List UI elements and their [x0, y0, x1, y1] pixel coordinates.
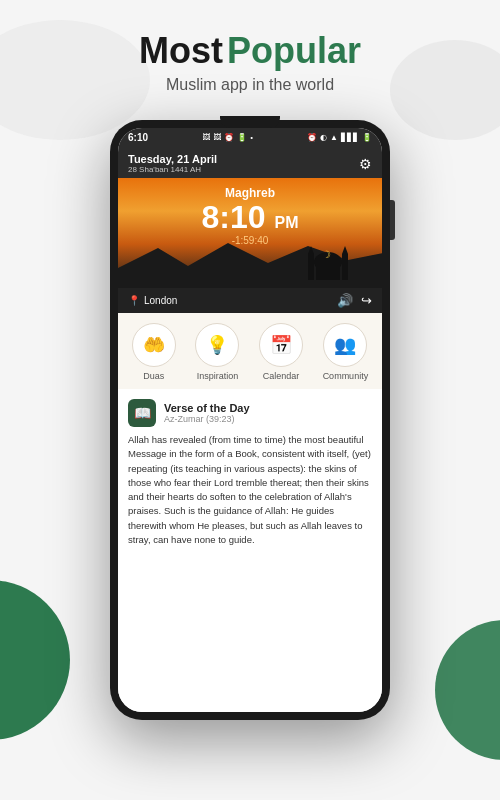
- hero-title-prefix: Most: [139, 30, 223, 72]
- inspiration-label: Inspiration: [197, 371, 239, 381]
- date-info: Tuesday, 21 April 28 Sha'ban 1441 AH: [128, 153, 217, 174]
- verse-section: 📖 Verse of the Day Az-Zumar (39:23) Alla…: [118, 389, 382, 712]
- svg-rect-2: [316, 262, 340, 280]
- action-calendar[interactable]: 📅 Calendar: [259, 323, 303, 381]
- location-bar: 📍 London 🔊 ↪: [118, 288, 382, 313]
- calendar-icon: 📅: [259, 323, 303, 367]
- prayer-time-section: ☽ Maghreb 8:10 PM -1:59:40: [118, 178, 382, 288]
- action-duas[interactable]: 🤲 Duas: [132, 323, 176, 381]
- prayer-header: Tuesday, 21 April 28 Sha'ban 1441 AH ⚙: [118, 147, 382, 178]
- duas-icon: 🤲: [132, 323, 176, 367]
- verse-header: 📖 Verse of the Day Az-Zumar (39:23): [128, 399, 372, 427]
- prayer-name: Maghreb: [118, 186, 382, 200]
- status-icons-mid: 🖼 🖼 ⏰ 🔋 •: [202, 133, 253, 142]
- phone-outer: 6:10 🖼 🖼 ⏰ 🔋 • ⏰ ◐ ▲ ▋▋▋ 🔋: [110, 120, 390, 720]
- leaf-decoration-right: [435, 620, 500, 760]
- share-icon[interactable]: ↪: [361, 293, 372, 308]
- phone-screen: 6:10 🖼 🖼 ⏰ 🔋 • ⏰ ◐ ▲ ▋▋▋ 🔋: [118, 128, 382, 712]
- svg-rect-3: [308, 254, 314, 280]
- duas-label: Duas: [143, 371, 164, 381]
- community-label: Community: [323, 371, 369, 381]
- community-icon: 👥: [323, 323, 367, 367]
- location-left: 📍 London: [128, 295, 177, 306]
- verse-text: Allah has revealed (from time to time) t…: [128, 433, 372, 547]
- hero-title-highlight: Popular: [227, 30, 361, 72]
- verse-reference: Az-Zumar (39:23): [164, 414, 250, 424]
- sound-icon[interactable]: 🔊: [337, 293, 353, 308]
- svg-text:☽: ☽: [322, 249, 331, 260]
- action-community[interactable]: 👥 Community: [323, 323, 369, 381]
- settings-icon[interactable]: ⚙: [359, 156, 372, 172]
- quick-actions: 🤲 Duas 💡 Inspiration 📅 Calendar 👥 Commun…: [118, 313, 382, 389]
- verse-title: Verse of the Day: [164, 402, 250, 414]
- hero-section: Most Popular Muslim app in the world: [0, 30, 500, 94]
- svg-rect-5: [342, 254, 348, 280]
- status-icons-right: ⏰ ◐ ▲ ▋▋▋ 🔋: [307, 133, 372, 142]
- action-inspiration[interactable]: 💡 Inspiration: [195, 323, 239, 381]
- status-bar: 6:10 🖼 🖼 ⏰ 🔋 • ⏰ ◐ ▲ ▋▋▋ 🔋: [118, 128, 382, 147]
- inspiration-icon: 💡: [195, 323, 239, 367]
- phone-mockup: 6:10 🖼 🖼 ⏰ 🔋 • ⏰ ◐ ▲ ▋▋▋ 🔋: [110, 120, 390, 740]
- prayer-countdown: -1:59:40: [118, 235, 382, 246]
- pin-icon: 📍: [128, 295, 140, 306]
- hero-subtitle: Muslim app in the world: [0, 76, 500, 94]
- hijri-date: 28 Sha'ban 1441 AH: [128, 165, 217, 174]
- status-time: 6:10: [128, 132, 148, 143]
- city-name: London: [144, 295, 177, 306]
- verse-icon: 📖: [128, 399, 156, 427]
- prayer-content: Maghreb 8:10 PM -1:59:40: [118, 178, 382, 250]
- date-main: Tuesday, 21 April: [128, 153, 217, 165]
- prayer-time-display: 8:10 PM: [118, 200, 382, 235]
- location-actions: 🔊 ↪: [337, 293, 372, 308]
- verse-title-wrap: Verse of the Day Az-Zumar (39:23): [164, 402, 250, 424]
- calendar-label: Calendar: [263, 371, 300, 381]
- hero-title: Most Popular: [0, 30, 500, 72]
- leaf-decoration-left: [0, 580, 70, 740]
